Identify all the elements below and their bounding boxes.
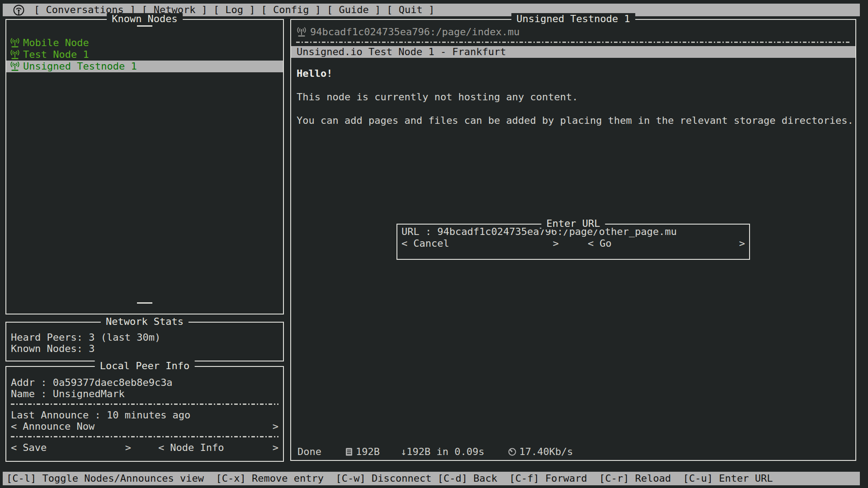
peer-name: Name : UnsignedMark — [11, 388, 278, 399]
node-info-label: Node Info — [170, 442, 224, 453]
menu-item-guide[interactable]: [ Guide ] — [327, 4, 381, 16]
node-row-mobile-node[interactable]: Mobile Node — [6, 37, 283, 49]
save-button[interactable]: < Save > — [11, 442, 131, 453]
radio-tower-icon — [10, 49, 20, 60]
current-url-row: 94bcadf1c024735ea796:/page/index.mu — [297, 26, 850, 38]
document-icon — [345, 447, 353, 456]
peer-address: Addr : 0a59377daec8eb8e9c3a — [11, 377, 278, 388]
button-bracket-right: > — [273, 442, 278, 453]
known-nodes-stat: Known Nodes: 3 — [11, 343, 278, 354]
last-announce: Last Announce : 10 minutes ago — [11, 409, 278, 421]
page-text-line: This node is currently not hosting any c… — [297, 91, 850, 103]
enter-url-dialog: Enter URL URL : 94bcadf1c024735ea796:/pa… — [396, 224, 750, 260]
known-nodes-title: Known Nodes — [107, 13, 183, 25]
scrollbar-indicator-top — [137, 25, 152, 27]
node-row-test-node-1[interactable]: Test Node 1 — [6, 49, 283, 61]
network-stats-title: Network Stats — [101, 316, 189, 328]
local-peer-info-panel: Local Peer Info Addr : 0a59377daec8eb8e9… — [5, 366, 284, 462]
button-bracket-right: > — [739, 238, 745, 249]
known-nodes-list: Mobile Node Test Node 1 — [6, 37, 283, 72]
node-row-unsigned-testnode-1[interactable]: Unsigned Testnode 1 — [6, 61, 283, 72]
page-text-line: You can add pages and files can be added… — [297, 115, 850, 127]
page-greeting: Hello! — [297, 68, 850, 80]
page-size: 192B — [356, 446, 380, 458]
button-bracket-right: > — [273, 421, 278, 432]
shortcut-hints: [C-l] Toggle Nodes/Announces view [C-x] … — [6, 473, 773, 484]
button-bracket-right: > — [553, 238, 559, 249]
node-label: Test Node 1 — [23, 49, 89, 61]
browser-content: 94bcadf1c024735ea796:/page/index.mu Unsi… — [291, 20, 855, 460]
scrollbar-indicator-bottom — [137, 302, 152, 304]
button-bracket-left: < — [11, 421, 17, 432]
radio-tower-icon — [10, 38, 20, 48]
page-heading-link[interactable]: Unsigned.io Test Node 1 - Frankfurt — [291, 46, 855, 58]
cancel-button[interactable]: < Cancel > — [401, 238, 559, 249]
heard-peers-stat: Heard Peers: 3 (last 30m) — [11, 332, 278, 343]
save-label: Save — [23, 442, 47, 453]
menu-item-config[interactable]: [ Config ] — [261, 4, 321, 16]
button-bracket-left: < — [158, 442, 164, 453]
announce-now-label: Announce Now — [23, 421, 94, 432]
browser-panel: Unsigned Testnode 1 94bcadf1c024735ea796… — [290, 19, 856, 461]
node-info-button[interactable]: < Node Info > — [158, 442, 278, 453]
divider — [296, 42, 850, 43]
announce-now-button[interactable]: < Announce Now > — [11, 421, 278, 432]
divider — [11, 404, 278, 405]
menu-item-quit[interactable]: [ Quit ] — [387, 4, 434, 16]
url-field-label: URL : — [401, 226, 431, 238]
menu-item-log[interactable]: [ Log ] — [213, 4, 255, 16]
button-bracket-left: < — [401, 238, 407, 249]
radio-tower-icon — [10, 61, 20, 72]
load-state: Done — [297, 446, 321, 458]
nomadnet-logo-icon — [13, 4, 25, 16]
current-url: 94bcadf1c024735ea796:/page/index.mu — [310, 26, 520, 38]
enter-url-dialog-title: Enter URL — [541, 218, 605, 230]
speed-gauge-icon — [508, 447, 517, 456]
button-bracket-left: < — [11, 442, 17, 453]
local-peer-info-title: Local Peer Info — [95, 360, 195, 372]
button-bracket-left: < — [588, 238, 594, 249]
go-button[interactable]: < Go > — [588, 238, 745, 249]
node-label: Mobile Node — [23, 37, 89, 49]
known-nodes-panel: Known Nodes Mobile Node — [5, 19, 284, 314]
node-label: Unsigned Testnode 1 — [23, 61, 137, 72]
button-bracket-right: > — [125, 442, 131, 453]
divider — [11, 436, 278, 437]
cancel-label: Cancel — [413, 238, 449, 249]
network-stats-panel: Network Stats Heard Peers: 3 (last 30m) … — [5, 322, 284, 361]
transfer-stats: ↓192B in 0.09s — [401, 446, 484, 458]
browser-status-bar: Done 192B ↓192B in 0.09s — [297, 446, 573, 458]
transfer-speed: 17.40Kb/s — [519, 446, 573, 458]
keyboard-shortcut-bar: [C-l] Toggle Nodes/Announces view [C-x] … — [3, 472, 860, 485]
nomadnet-terminal: [ Conversations ] [ Network ] [ Log ] [ … — [0, 0, 868, 488]
go-label: Go — [599, 238, 612, 249]
radio-tower-icon — [297, 27, 307, 38]
